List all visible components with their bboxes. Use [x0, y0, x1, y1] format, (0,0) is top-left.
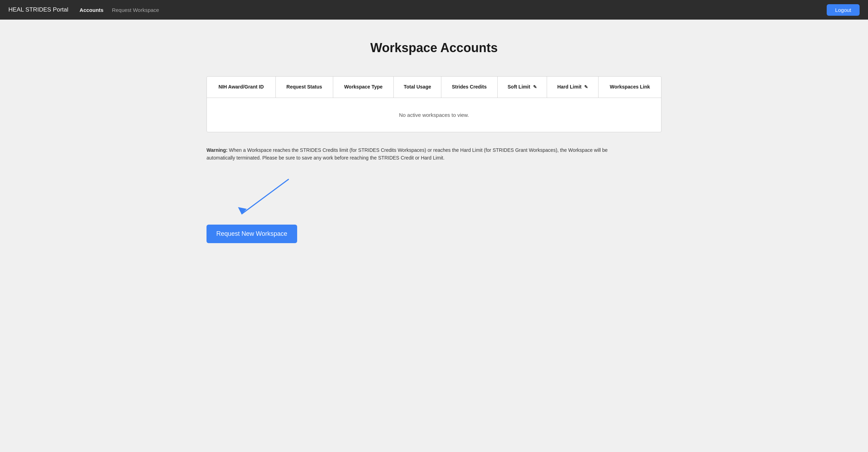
logout-button[interactable]: Logout: [827, 4, 860, 16]
nav-link-accounts[interactable]: Accounts: [79, 7, 103, 13]
page-title: Workspace Accounts: [206, 41, 662, 55]
workspace-table-container: NIH Award/Grant ID Request Status Worksp…: [206, 76, 662, 132]
workspace-table: NIH Award/Grant ID Request Status Worksp…: [207, 77, 661, 132]
warning-text: Warning: When a Workspace reaches the ST…: [206, 146, 626, 162]
table-header-row: NIH Award/Grant ID Request Status Worksp…: [207, 77, 661, 98]
request-new-workspace-button[interactable]: Request New Workspace: [206, 225, 297, 243]
action-area: Request New Workspace: [206, 176, 662, 250]
main-content: Workspace Accounts NIH Award/Grant ID Re…: [192, 20, 676, 271]
soft-limit-label: Soft Limit: [507, 84, 530, 90]
col-header-strides-credits: Strides Credits: [441, 77, 497, 98]
col-header-total-usage: Total Usage: [394, 77, 441, 98]
warning-prefix: Warning:: [206, 147, 227, 153]
arrow-illustration: [220, 176, 298, 221]
col-header-hard-limit: Hard Limit ✎: [547, 77, 598, 98]
nav-links: Accounts Request Workspace: [79, 7, 827, 13]
table-empty-message: No active workspaces to view.: [207, 98, 661, 132]
soft-limit-edit-icon[interactable]: ✎: [533, 84, 537, 90]
warning-section: Warning: When a Workspace reaches the ST…: [206, 146, 626, 169]
warning-body: When a Workspace reaches the STRIDES Cre…: [206, 147, 608, 161]
hard-limit-edit-icon[interactable]: ✎: [584, 84, 588, 90]
col-header-workspaces-link: Workspaces Link: [598, 77, 661, 98]
hard-limit-label: Hard Limit: [557, 84, 581, 90]
nav-link-request-workspace[interactable]: Request Workspace: [112, 7, 159, 13]
col-header-workspace-type: Workspace Type: [333, 77, 394, 98]
navigation: HEAL STRIDES Portal Accounts Request Wor…: [0, 0, 868, 20]
svg-line-0: [241, 179, 289, 214]
col-header-nih-award: NIH Award/Grant ID: [207, 77, 275, 98]
col-header-soft-limit: Soft Limit ✎: [497, 77, 547, 98]
brand-title: HEAL STRIDES Portal: [8, 6, 68, 13]
table-empty-row: No active workspaces to view.: [207, 98, 661, 132]
col-header-request-status: Request Status: [275, 77, 333, 98]
